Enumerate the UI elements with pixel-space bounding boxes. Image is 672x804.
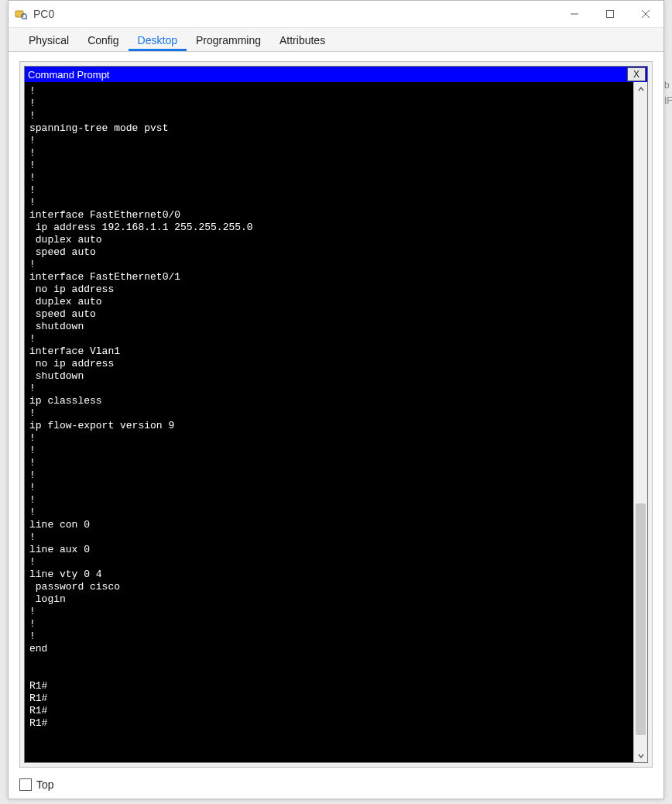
app-icon xyxy=(15,8,27,20)
tab-desktop[interactable]: Desktop xyxy=(129,29,187,51)
scroll-thumb[interactable] xyxy=(636,503,646,735)
vertical-scrollbar[interactable] xyxy=(633,82,647,762)
content-area: Command Prompt X ! ! ! spanning-tree mod… xyxy=(19,61,653,768)
close-button[interactable] xyxy=(628,1,663,27)
footer: Top xyxy=(19,778,54,791)
app-window: PC0 Physical Config Desktop Programming … xyxy=(8,0,664,799)
top-label: Top xyxy=(36,778,54,791)
command-prompt-close-button[interactable]: X xyxy=(627,67,646,81)
svg-line-2 xyxy=(26,18,27,19)
tab-programming[interactable]: Programming xyxy=(187,29,270,51)
window-controls xyxy=(557,1,663,27)
terminal-output[interactable]: ! ! ! spanning-tree mode pvst ! ! ! ! ! … xyxy=(25,82,633,762)
command-prompt-window: Command Prompt X ! ! ! spanning-tree mod… xyxy=(24,66,648,763)
command-prompt-titlebar[interactable]: Command Prompt X xyxy=(25,67,647,82)
tabstrip: Physical Config Desktop Programming Attr… xyxy=(9,28,663,52)
command-prompt-title: Command Prompt xyxy=(28,69,109,81)
window-title: PC0 xyxy=(33,8,54,20)
tab-config[interactable]: Config xyxy=(78,29,128,51)
maximize-button[interactable] xyxy=(592,1,628,27)
svg-rect-4 xyxy=(607,11,614,18)
tab-physical[interactable]: Physical xyxy=(19,29,78,51)
top-checkbox[interactable] xyxy=(19,778,32,791)
scroll-up-arrow-icon[interactable] xyxy=(634,82,647,95)
titlebar: PC0 xyxy=(9,1,663,28)
tab-attributes[interactable]: Attributes xyxy=(270,29,334,51)
background-peek: b IF xyxy=(664,77,672,124)
scroll-down-arrow-icon[interactable] xyxy=(634,749,647,762)
minimize-button[interactable] xyxy=(557,1,592,27)
terminal-container: ! ! ! spanning-tree mode pvst ! ! ! ! ! … xyxy=(25,82,647,762)
svg-rect-0 xyxy=(15,11,23,17)
